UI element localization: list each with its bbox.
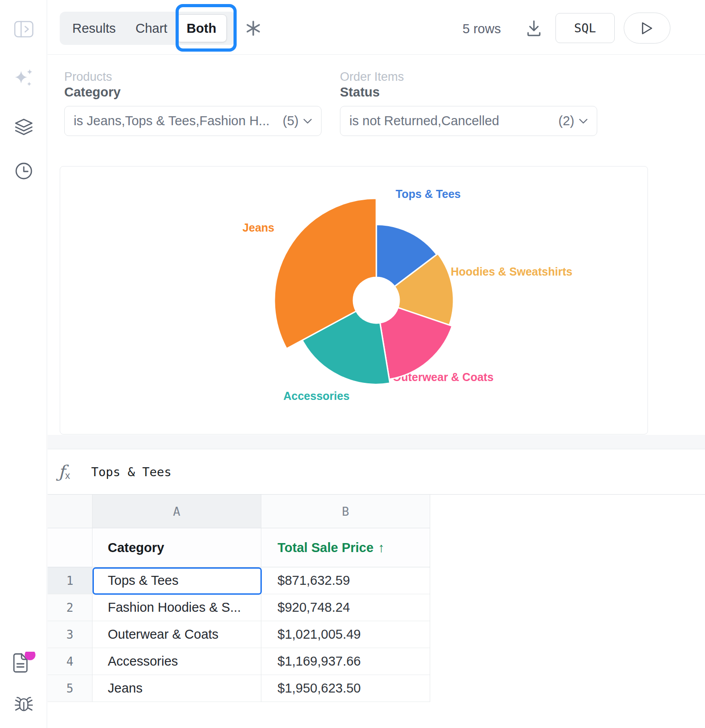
table-row: 1 Tops & Tees $871,632.59 — [48, 567, 430, 594]
pie-chart-card: Tops & TeesFashion Hoodies & Sweatshirts… — [60, 166, 648, 434]
chevron-down-icon — [579, 118, 588, 124]
sort-ascending-arrow: ↑ — [378, 540, 385, 555]
bug-debug-icon[interactable] — [0, 695, 47, 714]
layers-icon[interactable] — [0, 118, 47, 136]
row-number[interactable]: 2 — [48, 594, 93, 621]
header-row: Category Total Sale Price ↑ — [48, 528, 430, 567]
column-letter-a[interactable]: A — [93, 495, 261, 528]
app-window: Results Chart Both 5 rows SQL Products C… — [0, 0, 705, 728]
row-count-label: 5 rows — [463, 22, 501, 36]
cell-price[interactable]: $871,632.59 — [261, 567, 430, 594]
table-row: 4 Accessories $1,169,937.66 — [48, 648, 430, 675]
header-total-sale-price[interactable]: Total Sale Price ↑ — [261, 528, 430, 567]
filter-value: is not Returned,Cancelled — [349, 114, 559, 128]
tab-both[interactable]: Both — [176, 14, 227, 42]
filter-count: (2) — [559, 114, 574, 128]
chevron-down-icon — [303, 118, 312, 124]
play-icon — [641, 22, 653, 35]
row-number[interactable]: 4 — [48, 648, 93, 675]
run-query-button[interactable] — [624, 13, 670, 44]
sql-button[interactable]: SQL — [555, 13, 615, 43]
filter-value: is Jeans,Tops & Tees,Fashion H... — [74, 114, 283, 128]
history-clock-icon[interactable] — [0, 162, 47, 180]
pie-label: Jeans — [242, 221, 274, 234]
pie-label: Accessories — [283, 390, 349, 402]
cell-category[interactable]: Tops & Tees — [93, 567, 261, 594]
header-category[interactable]: Category — [93, 528, 261, 567]
filter-count: (5) — [283, 114, 299, 128]
table-row: 3 Outerwear & Coats $1,021,005.49 — [48, 621, 430, 648]
document-icon[interactable] — [0, 652, 47, 674]
filter-field-label: Category — [64, 85, 121, 100]
download-icon[interactable] — [526, 19, 542, 37]
status-filter-dropdown[interactable]: is not Returned,Cancelled (2) — [340, 106, 597, 136]
results-spreadsheet: A B Category Total Sale Price ↑ 1 Tops &… — [48, 495, 705, 702]
filter-source-label: Products — [64, 70, 112, 84]
sparkles-ai-icon[interactable] — [0, 68, 47, 88]
tab-results[interactable]: Results — [72, 21, 116, 36]
corner-cell[interactable] — [48, 495, 93, 528]
cell-category[interactable]: Fashion Hoodies & S... — [93, 594, 261, 621]
column-letter-row: A B — [48, 495, 430, 528]
table-row: 2 Fashion Hoodies & S... $920,748.24 — [48, 594, 430, 621]
fx-function-icon: ƒx — [58, 462, 84, 482]
section-divider-band — [48, 435, 705, 449]
cell-category[interactable]: Outerwear & Coats — [93, 621, 261, 648]
cell-price[interactable]: $1,021,005.49 — [261, 621, 430, 648]
filter-field-label: Status — [340, 85, 380, 100]
header-gutter-cell — [48, 528, 93, 567]
filter-source-label: Order Items — [340, 70, 404, 84]
table-row: 5 Jeans $1,950,623.50 — [48, 675, 430, 702]
row-number[interactable]: 5 — [48, 675, 93, 702]
view-mode-segmented-control: Results Chart Both — [60, 12, 236, 45]
cell-price[interactable]: $1,950,623.50 — [261, 675, 430, 702]
left-sidebar — [0, 0, 47, 728]
header-label: Total Sale Price — [278, 540, 374, 555]
pie-chart-svg: Tops & TeesFashion Hoodies & Sweatshirts… — [60, 167, 648, 434]
expand-panel-icon[interactable] — [0, 21, 47, 38]
category-filter-dropdown[interactable]: is Jeans,Tops & Tees,Fashion H... (5) — [64, 106, 322, 136]
cell-category[interactable]: Accessories — [93, 648, 261, 675]
formula-bar-value[interactable]: Tops & Tees — [91, 465, 172, 479]
pie-label: Tops & Tees — [396, 188, 461, 200]
cell-category[interactable]: Jeans — [93, 675, 261, 702]
cell-price[interactable]: $920,748.24 — [261, 594, 430, 621]
formula-bar: ƒx Tops & Tees — [48, 449, 705, 494]
column-letter-b[interactable]: B — [261, 495, 430, 528]
toolbar-divider — [48, 54, 705, 55]
row-number[interactable]: 1 — [48, 567, 93, 594]
row-number[interactable]: 3 — [48, 621, 93, 648]
cell-price[interactable]: $1,169,937.66 — [261, 648, 430, 675]
tab-chart[interactable]: Chart — [136, 21, 167, 36]
chart-settings-asterisk-icon[interactable] — [245, 20, 261, 36]
